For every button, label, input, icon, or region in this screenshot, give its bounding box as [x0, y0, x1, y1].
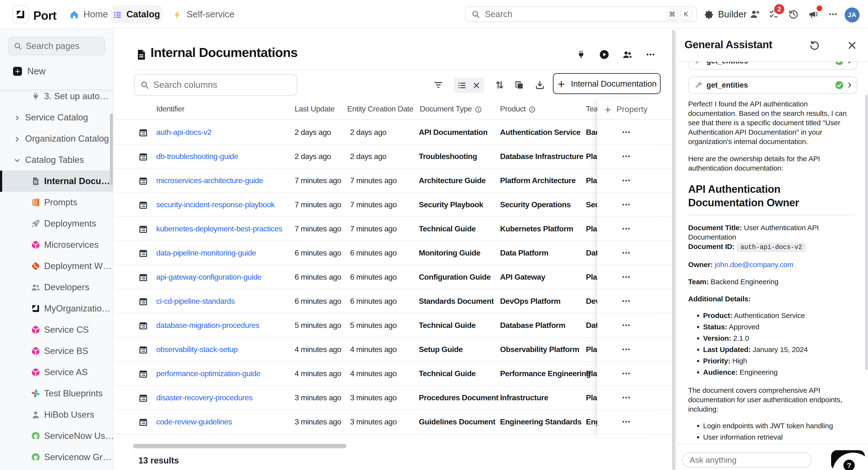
- sidebar-item-deployments[interactable]: Deployments: [0, 213, 113, 234]
- entity-identifier-link[interactable]: kubernetes-deployment-best-practices: [156, 225, 282, 233]
- filter-button[interactable]: [431, 74, 445, 96]
- reset-conversation-button[interactable]: [808, 39, 821, 52]
- entity-identifier-link[interactable]: disaster-recovery-procedures: [156, 393, 252, 402]
- row-menu-button[interactable]: [597, 217, 655, 241]
- sort-button[interactable]: [492, 74, 507, 96]
- tool-call-chip[interactable]: get_entities: [688, 62, 857, 70]
- table-row[interactable]: data-pipeline-monitoring-guide 6 minutes…: [114, 241, 677, 265]
- entity-identifier-link[interactable]: database-migration-procedures: [156, 321, 259, 330]
- tool-call-chip[interactable]: get_entities: [688, 77, 857, 94]
- table-row[interactable]: disaster-recovery-procedures 3 minutes a…: [114, 386, 677, 410]
- sidebar-item-myorganizatio[interactable]: MyOrganizatio…: [0, 298, 113, 319]
- chevron-right-icon[interactable]: [846, 82, 853, 89]
- table-row[interactable]: auth-api-docs-v2 2 days ago 2 days ago A…: [114, 120, 677, 145]
- col-team[interactable]: Tea: [586, 105, 598, 113]
- run-play-button[interactable]: [599, 49, 610, 60]
- page-more-button[interactable]: [645, 49, 656, 60]
- table-row[interactable]: code-review-guidelines 3 minutes ago 3 m…: [114, 410, 677, 434]
- table-row[interactable]: db-troubleshooting-guide 2 days ago 2 da…: [114, 145, 677, 169]
- sidebar-item-service-bs[interactable]: Service BS: [0, 341, 113, 362]
- group-by-chip[interactable]: [454, 78, 484, 93]
- col-document-type[interactable]: Document Type: [420, 105, 482, 113]
- nav-catalog[interactable]: Catalog: [111, 5, 162, 24]
- nav-home[interactable]: Home: [69, 0, 108, 28]
- row-menu-button[interactable]: [597, 410, 655, 434]
- audience-users-button[interactable]: [622, 49, 633, 60]
- sidebar-scrollbar[interactable]: [110, 113, 113, 185]
- integrations-plug-button[interactable]: [576, 49, 586, 60]
- history-button[interactable]: [786, 0, 801, 28]
- row-menu-button[interactable]: [597, 120, 655, 145]
- col-identifier[interactable]: Identifier: [156, 105, 184, 113]
- sidebar-item-organization-catalog[interactable]: Organization Catalog: [0, 128, 113, 149]
- announcements-button[interactable]: [806, 0, 820, 28]
- sidebar-item-service-cs[interactable]: Service CS: [0, 319, 113, 341]
- entity-identifier-link[interactable]: api-gateway-configuration-guide: [156, 273, 261, 282]
- download-button[interactable]: [533, 74, 547, 96]
- invite-user-button[interactable]: [748, 0, 762, 28]
- nav-self-service[interactable]: Self-service: [173, 0, 235, 28]
- table-row[interactable]: database-migration-procedures 5 minutes …: [114, 314, 677, 337]
- sidebar-item-developers[interactable]: Developers: [0, 277, 113, 298]
- table-row[interactable]: performance-optimization-guide 4 minutes…: [114, 362, 677, 386]
- row-menu-button[interactable]: [597, 289, 655, 314]
- entity-identifier-link[interactable]: security-incident-response-playbook: [156, 200, 275, 209]
- col-entity-creation-date[interactable]: Entity Creation Date: [347, 105, 413, 113]
- add-property-button[interactable]: Property: [597, 99, 655, 120]
- main-vertical-scrollbar[interactable]: [672, 30, 675, 470]
- col-product[interactable]: Product: [500, 105, 536, 113]
- row-menu-button[interactable]: [597, 362, 655, 386]
- entity-identifier-link[interactable]: microservices-architecture-guide: [156, 176, 263, 185]
- more-menu-button[interactable]: [826, 0, 840, 28]
- horizontal-scrollbar[interactable]: [133, 444, 346, 448]
- sidebar-item-microservices[interactable]: Microservices: [0, 234, 113, 256]
- entity-identifier-link[interactable]: observability-stack-setup: [156, 345, 238, 354]
- close-panel-button[interactable]: [846, 39, 858, 52]
- entity-identifier-link[interactable]: ci-cd-pipeline-standards: [156, 297, 235, 306]
- row-menu-button[interactable]: [597, 193, 655, 217]
- sidebar-item-3-set-up-auto[interactable]: 3. Set up auto…: [0, 86, 113, 107]
- add-entity-button[interactable]: Internal Documentation: [553, 73, 661, 94]
- new-page-button[interactable]: New: [13, 66, 45, 77]
- sidebar-item-internal-docu[interactable]: Internal Docu…: [0, 171, 113, 192]
- sidebar-item-test-blueprints[interactable]: Test Blueprints: [0, 383, 113, 404]
- sidebar-item-prompts[interactable]: Prompts: [0, 192, 113, 213]
- port-logo[interactable]: [12, 5, 29, 24]
- row-menu-button[interactable]: [597, 386, 655, 410]
- sidebar-item-servicenow-us[interactable]: ServiceNow Us…: [0, 425, 113, 447]
- table-row[interactable]: observability-stack-setup 4 minutes ago …: [114, 337, 677, 362]
- col-last-update[interactable]: Last Update: [294, 105, 335, 113]
- chevron-right-icon[interactable]: [846, 62, 853, 65]
- row-menu-button[interactable]: [597, 241, 655, 265]
- sidebar-item-catalog-tables[interactable]: Catalog Tables: [0, 149, 113, 171]
- entity-identifier-link[interactable]: auth-api-docs-v2: [156, 128, 212, 137]
- assistant-scrollbar[interactable]: [865, 95, 868, 370]
- row-menu-button[interactable]: [597, 314, 655, 337]
- table-row[interactable]: kubernetes-deployment-best-practices 7 m…: [114, 217, 677, 241]
- entity-identifier-link[interactable]: data-pipeline-monitoring-guide: [156, 248, 256, 258]
- global-search-input[interactable]: Search ⌘ K: [465, 6, 697, 22]
- table-row[interactable]: microservices-architecture-guide 7 minut…: [114, 169, 677, 193]
- table-row[interactable]: api-gateway-configuration-guide 6 minute…: [114, 265, 677, 289]
- avatar[interactable]: JA: [845, 7, 860, 23]
- row-menu-button[interactable]: [597, 145, 655, 169]
- entity-identifier-link[interactable]: performance-optimization-guide: [156, 369, 260, 378]
- entity-identifier-link[interactable]: code-review-guidelines: [156, 417, 232, 426]
- search-columns-input[interactable]: Search columns: [134, 74, 297, 96]
- sidebar-item-deployment-w[interactable]: Deployment W…: [0, 256, 113, 277]
- row-menu-button[interactable]: [597, 169, 655, 193]
- copy-button[interactable]: [512, 74, 526, 96]
- clear-group-icon[interactable]: [472, 81, 480, 89]
- table-row[interactable]: security-incident-response-playbook 7 mi…: [114, 193, 677, 217]
- entity-identifier-link[interactable]: db-troubleshooting-guide: [156, 152, 238, 161]
- sidebar-item-hibob-users[interactable]: HiBob Users: [0, 404, 113, 425]
- sidebar-item-service-catalog[interactable]: Service Catalog: [0, 107, 113, 128]
- row-menu-button[interactable]: [597, 337, 655, 362]
- sidebar-search-input[interactable]: Search pages: [8, 37, 105, 55]
- builder-button[interactable]: Builder: [705, 0, 746, 28]
- sidebar-item-servicenow-gr[interactable]: Servicenow Gr…: [0, 447, 113, 468]
- row-menu-button[interactable]: [597, 265, 655, 289]
- sidebar-item-service-as[interactable]: Service AS: [0, 362, 113, 383]
- ask-anything-input[interactable]: Ask anything: [682, 452, 812, 467]
- owner-email-link[interactable]: john.doe@company.com: [715, 261, 793, 268]
